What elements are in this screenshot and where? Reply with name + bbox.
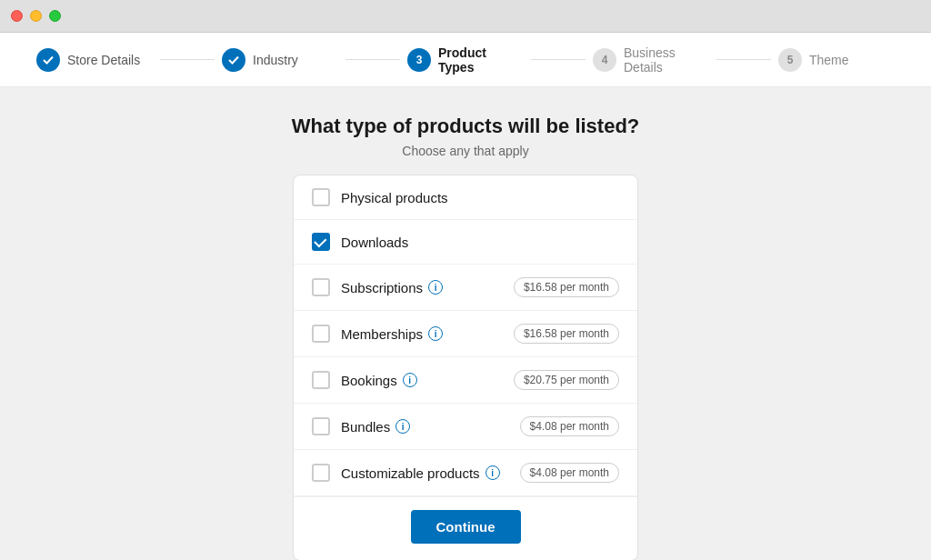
price-memberships: $16.58 per month [514, 324, 619, 344]
continue-row: Continue [294, 496, 637, 560]
continue-button[interactable]: Continue [411, 510, 521, 544]
option-memberships[interactable]: Memberships i $16.58 per month [294, 311, 637, 357]
close-button[interactable] [11, 10, 23, 22]
option-customizable[interactable]: Customizable products i $4.08 per month [294, 450, 637, 496]
step-icon-business-details: 4 [593, 48, 616, 72]
step-icon-store-details [36, 48, 60, 72]
price-customizable: $4.08 per month [520, 463, 619, 483]
label-physical: Physical products [341, 190, 619, 205]
checkbox-subscriptions[interactable] [312, 278, 330, 296]
step-label-product-types: Product Types [438, 45, 524, 75]
price-bookings: $20.75 per month [514, 370, 619, 390]
label-bookings: Bookings i [341, 373, 503, 388]
info-icon-subscriptions[interactable]: i [428, 280, 443, 295]
option-bundles[interactable]: Bundles i $4.08 per month [294, 404, 637, 450]
label-bundles: Bundles i [341, 419, 509, 435]
step-divider-4 [716, 59, 771, 60]
checkbox-bookings[interactable] [312, 371, 330, 389]
maximize-button[interactable] [49, 10, 61, 22]
step-label-industry: Industry [253, 53, 298, 67]
page-title: What type of products will be listed? [292, 115, 640, 138]
checkbox-customizable[interactable] [312, 464, 330, 482]
checkbox-bundles[interactable] [312, 417, 330, 435]
label-subscriptions: Subscriptions i [341, 280, 503, 295]
option-downloads[interactable]: Downloads [294, 220, 637, 265]
step-icon-theme: 5 [778, 48, 802, 72]
checkbox-physical[interactable] [312, 188, 330, 206]
titlebar [0, 0, 931, 33]
page-subtitle: Choose any that apply [402, 144, 528, 158]
label-memberships: Memberships i [341, 326, 503, 342]
step-label-business-details: Business Details [624, 45, 709, 75]
stepper: Store Details Industry 3 Product Types 4… [0, 33, 931, 87]
main-content: What type of products will be listed? Ch… [0, 87, 931, 560]
step-label-store-details: Store Details [67, 53, 140, 67]
info-icon-bundles[interactable]: i [395, 419, 410, 434]
step-divider-1 [160, 59, 215, 60]
step-theme[interactable]: 5 Theme [778, 48, 895, 72]
price-bundles: $4.08 per month [520, 416, 619, 436]
step-business-details[interactable]: 4 Business Details [593, 45, 709, 75]
step-store-details[interactable]: Store Details [36, 48, 153, 72]
option-subscriptions[interactable]: Subscriptions i $16.58 per month [294, 265, 637, 311]
checkbox-downloads[interactable] [312, 233, 330, 251]
option-bookings[interactable]: Bookings i $20.75 per month [294, 357, 637, 404]
info-icon-bookings[interactable]: i [403, 373, 417, 387]
option-physical[interactable]: Physical products [294, 175, 637, 220]
label-customizable: Customizable products i [341, 465, 509, 481]
info-icon-memberships[interactable]: i [428, 326, 443, 341]
step-icon-industry [222, 48, 245, 72]
step-icon-product-types: 3 [407, 48, 431, 72]
step-product-types[interactable]: 3 Product Types [407, 45, 524, 75]
price-subscriptions: $16.58 per month [514, 277, 619, 297]
checkbox-memberships[interactable] [312, 325, 330, 343]
minimize-button[interactable] [30, 10, 42, 22]
info-icon-customizable[interactable]: i [486, 465, 500, 480]
step-industry[interactable]: Industry [222, 48, 338, 72]
product-types-card: Physical products Downloads Subscription… [293, 175, 638, 560]
step-label-theme: Theme [809, 53, 849, 67]
step-divider-3 [531, 59, 586, 60]
label-downloads: Downloads [341, 235, 619, 250]
step-divider-2 [345, 59, 400, 60]
